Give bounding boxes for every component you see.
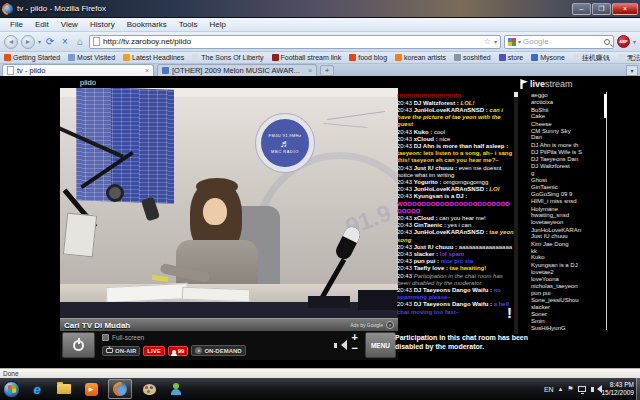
forward-icon[interactable]: ► xyxy=(21,35,35,49)
address-bar[interactable]: http://tv.zaroboy.net/piido ☆ ▾ xyxy=(89,35,501,49)
messenger-icon[interactable] xyxy=(166,380,186,398)
start-button[interactable] xyxy=(3,381,20,398)
maximize-button[interactable]: ❐ xyxy=(592,3,611,15)
menu-item[interactable]: Edit xyxy=(29,20,55,29)
google-icon[interactable] xyxy=(508,38,516,46)
viewer-name: aeggo xyxy=(531,92,605,99)
bookmark-favicon xyxy=(123,54,130,61)
bookmark-item[interactable]: food blog xyxy=(349,54,387,61)
bookmark-item[interactable]: soshified xyxy=(454,54,491,61)
dj-face xyxy=(203,198,227,225)
action-center-flag-icon[interactable]: ⚑ xyxy=(567,385,573,393)
volume-down-button[interactable]: − xyxy=(352,342,358,354)
viewer-name: Just IU chuuu xyxy=(531,233,605,240)
history-dropdown-icon[interactable]: ▾ xyxy=(38,38,41,45)
window-title: tv - piido - Mozilla Firefox xyxy=(17,4,106,13)
menu-item[interactable]: View xyxy=(55,20,84,29)
menu-item[interactable]: History xyxy=(84,20,121,29)
fullscreen-checkbox[interactable] xyxy=(102,334,109,341)
home-icon[interactable]: ⌂ xyxy=(74,36,86,47)
navigation-bar: ◄ ► ▾ ⟳ × ⌂ http://tv.zaroboy.net/piido … xyxy=(0,32,640,52)
firefox-taskbar-icon[interactable] xyxy=(108,379,132,399)
wall-autograph xyxy=(324,112,369,128)
viewer-name: g xyxy=(531,170,605,177)
menu-item[interactable]: File xyxy=(4,20,29,29)
viewer-name: GinTaenic xyxy=(531,184,605,191)
tab-melon-music-awards[interactable]: [OTHER] 2009 Melon MUSIC AWAR... × xyxy=(157,64,317,76)
toolbar-overflow-icon[interactable]: ▾ xyxy=(633,38,636,45)
bookmark-item[interactable]: Football stream link xyxy=(272,54,342,61)
list-all-tabs-icon[interactable]: ▾ xyxy=(626,65,638,76)
bookmark-item[interactable]: 挂机赚钱 xyxy=(573,53,610,63)
ad-title[interactable]: Cari TV Di Mudah xyxy=(64,321,130,330)
search-icon[interactable] xyxy=(604,39,610,45)
speaker-icon[interactable] xyxy=(591,387,594,392)
scroll-up-icon[interactable] xyxy=(514,92,518,97)
bookmarks-bar: Getting Started Most Visited Latest Head… xyxy=(0,52,640,64)
chat-message: 20:43 xCloud : can you hear me! xyxy=(397,214,514,221)
viewer-name: hwaiting_snsd xyxy=(531,212,605,219)
tab-close-icon[interactable]: × xyxy=(145,67,149,74)
livestream-logo[interactable]: livestream xyxy=(519,79,573,89)
tab-close-icon[interactable]: × xyxy=(308,67,312,74)
paint-icon[interactable] xyxy=(139,380,159,398)
bookmark-item[interactable]: The Sons Of Liberty xyxy=(192,54,263,61)
url-text[interactable]: http://tv.zaroboy.net/piido xyxy=(103,37,481,46)
bookmark-item[interactable]: Most Visited xyxy=(68,54,115,61)
chat-message: 20:43 JunHoLoveKARAnSNSD : LOl xyxy=(397,186,514,193)
chat-scrollbar[interactable] xyxy=(514,92,518,334)
menu-item[interactable]: Tools xyxy=(173,20,204,29)
bookmark-item[interactable]: Mysone xyxy=(531,54,565,61)
menu-item[interactable]: Bookmarks xyxy=(121,20,173,29)
viewer-name: lovetae2 xyxy=(531,268,605,275)
new-tab-button[interactable]: + xyxy=(320,65,334,76)
bookmark-item[interactable]: korean artists xyxy=(395,54,446,61)
bookmark-item[interactable]: store xyxy=(499,54,524,61)
chat-message: 20:43 slacker : lol spam xyxy=(397,250,514,257)
network-icon[interactable] xyxy=(578,386,586,392)
language-indicator[interactable]: EN xyxy=(544,386,554,393)
video-player[interactable]: 91.9 FM4U 91.9MHz ♬ MBC RADIO xyxy=(60,88,398,318)
internet-explorer-icon[interactable]: e xyxy=(27,380,47,398)
on-demand-button[interactable]: » ON-DEMAND xyxy=(191,345,245,356)
bookmark-star-icon[interactable]: ☆ xyxy=(484,37,491,46)
player-menu-button[interactable]: MENU xyxy=(365,332,396,358)
power-button[interactable] xyxy=(62,332,95,358)
stop-icon[interactable]: × xyxy=(59,36,71,47)
ad-overlay[interactable]: Cari TV Di Mudah Ads by Google × xyxy=(60,318,398,331)
show-desktop-button[interactable] xyxy=(636,378,640,400)
chat-message: 20:43 DJ Waltzforest : LOL! xyxy=(397,99,514,106)
search-placeholder[interactable]: Google xyxy=(523,37,602,46)
fullscreen-label: Full-screen xyxy=(112,334,144,341)
viewer-list-scrollbar[interactable] xyxy=(606,92,607,330)
power-icon xyxy=(73,340,84,351)
viewer-list-scroll-thumb[interactable] xyxy=(604,94,607,118)
bookmark-item[interactable]: Latest Headlines xyxy=(123,54,184,61)
url-dropdown-icon[interactable]: ▾ xyxy=(494,38,497,45)
search-engine-dropdown-icon[interactable]: ▾ xyxy=(518,38,521,45)
volume-icon[interactable] xyxy=(334,340,346,350)
on-air-button[interactable]: ON-AIR xyxy=(102,346,140,356)
ad-close-icon[interactable]: × xyxy=(386,321,394,329)
bookmarks-overflow-chevron[interactable]: » xyxy=(628,53,632,62)
bookmark-favicon xyxy=(573,54,580,61)
chat-message: !!!!!!!!!!!!!!!!!!!!!!!!!!!!!!!! xyxy=(397,92,514,99)
minimize-button[interactable]: – xyxy=(572,3,591,15)
tab-tv-piido[interactable]: tv - piido × xyxy=(2,64,154,76)
media-player-icon[interactable]: ▶ xyxy=(81,380,101,398)
bookmark-item[interactable]: Getting Started xyxy=(4,54,60,61)
viewer-name: CM Sunny Sky xyxy=(531,127,605,134)
chat-message: 20:43 xCloud : nice xyxy=(397,135,514,142)
taskbar-clock[interactable]: 8:43 PM 15/12/2009 xyxy=(601,381,634,397)
refresh-icon[interactable]: ⟳ xyxy=(44,36,56,47)
bookmark-favicon xyxy=(4,54,11,61)
menu-item[interactable]: Help xyxy=(203,20,231,29)
explorer-folder-icon[interactable] xyxy=(54,380,74,398)
back-icon[interactable]: ◄ xyxy=(4,35,18,49)
status-bar: Done xyxy=(0,368,640,378)
adblock-icon[interactable]: ABP xyxy=(617,35,630,48)
desk-papers xyxy=(182,287,250,302)
close-button[interactable]: × xyxy=(612,3,638,15)
search-input[interactable]: ▾ Google xyxy=(504,35,614,49)
hidden-icons-arrow-icon[interactable]: ▴ xyxy=(559,385,563,393)
